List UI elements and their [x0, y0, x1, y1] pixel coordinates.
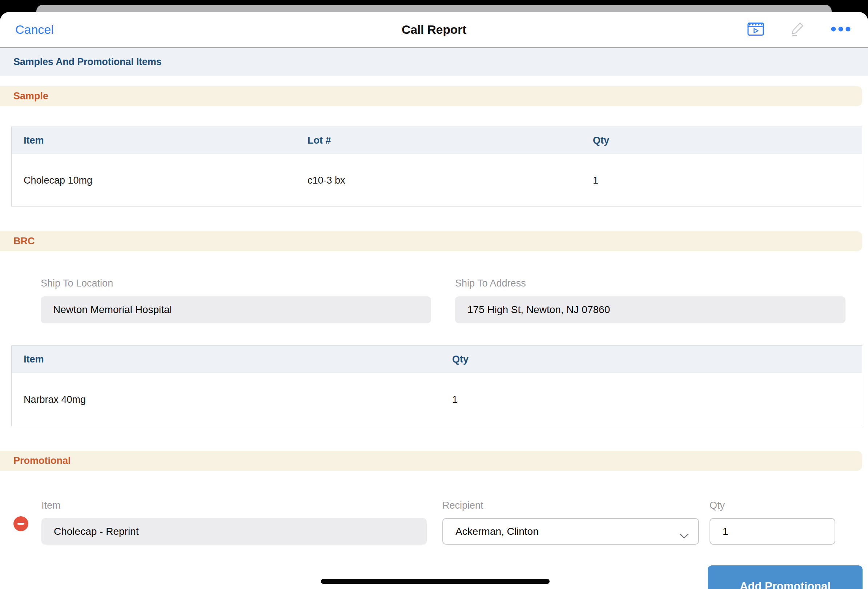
section-header-title: Samples And Promotional Items: [13, 56, 161, 68]
ship-to-address-label: Ship To Address: [455, 278, 526, 289]
sample-lot-value: c10-3 bx: [295, 175, 581, 186]
sample-table: Item Lot # Qty Cholecap 10mg c10-3 bx 1: [11, 127, 862, 207]
brc-col-qty: Qty: [440, 354, 862, 365]
video-clapperboard-icon: [747, 22, 764, 37]
sample-section-title: Sample: [13, 90, 48, 102]
add-promotional-button[interactable]: Add Promotional: [708, 565, 862, 589]
promo-recipient-value: Ackerman, Clinton: [455, 526, 539, 537]
chevron-down-icon: [679, 530, 689, 541]
page-title: Call Report: [0, 12, 868, 47]
promo-recipient-label: Recipient: [442, 500, 483, 511]
brc-section-title: BRC: [13, 236, 35, 247]
call-report-modal: Cancel Call Report: [0, 12, 868, 589]
remove-promotional-button[interactable]: [13, 516, 28, 531]
home-indicator[interactable]: [321, 579, 549, 584]
table-row[interactable]: Cholecap 10mg c10-3 bx 1: [12, 154, 862, 207]
promo-item-label: Item: [41, 500, 61, 511]
brc-table: Item Qty Narbrax 40mg 1: [11, 345, 862, 426]
brc-table-header-row: Item Qty: [12, 346, 862, 373]
ellipsis-icon: [831, 27, 850, 33]
sample-table-header-row: Item Lot # Qty: [12, 127, 862, 154]
promotional-section-title: Promotional: [13, 455, 71, 466]
sample-item-value: Cholecap 10mg: [12, 175, 295, 186]
sample-section-header: Sample: [0, 86, 862, 106]
edit-button[interactable]: [790, 21, 805, 38]
pencil-icon: [790, 21, 805, 38]
promotional-section-header: Promotional: [0, 451, 862, 471]
navbar: Cancel Call Report: [0, 12, 868, 48]
ship-to-location-label: Ship To Location: [41, 278, 113, 289]
promo-qty-field[interactable]: 1: [710, 518, 835, 545]
sample-qty-value: 1: [581, 175, 862, 186]
sample-col-lot: Lot #: [295, 135, 581, 146]
promo-item-field[interactable]: Cholecap - Reprint: [41, 518, 427, 545]
navbar-actions: [747, 12, 850, 47]
ship-to-location-field[interactable]: Newton Memorial Hospital: [41, 296, 431, 323]
more-button[interactable]: [831, 27, 850, 33]
table-row[interactable]: Narbrax 40mg 1: [12, 373, 862, 426]
sample-col-qty: Qty: [581, 135, 862, 146]
minus-icon: [18, 523, 24, 525]
ship-to-address-field[interactable]: 175 High St, Newton, NJ 07860: [455, 296, 846, 323]
brc-qty-value: 1: [440, 394, 862, 405]
brc-col-item: Item: [12, 354, 440, 365]
media-button[interactable]: [747, 22, 764, 37]
brc-section-header: BRC: [0, 231, 862, 251]
sample-col-item: Item: [12, 135, 295, 146]
promo-recipient-select[interactable]: Ackerman, Clinton: [442, 518, 699, 545]
section-header-band: Samples And Promotional Items: [0, 48, 868, 75]
promo-qty-label: Qty: [710, 500, 725, 511]
brc-item-value: Narbrax 40mg: [12, 394, 440, 405]
